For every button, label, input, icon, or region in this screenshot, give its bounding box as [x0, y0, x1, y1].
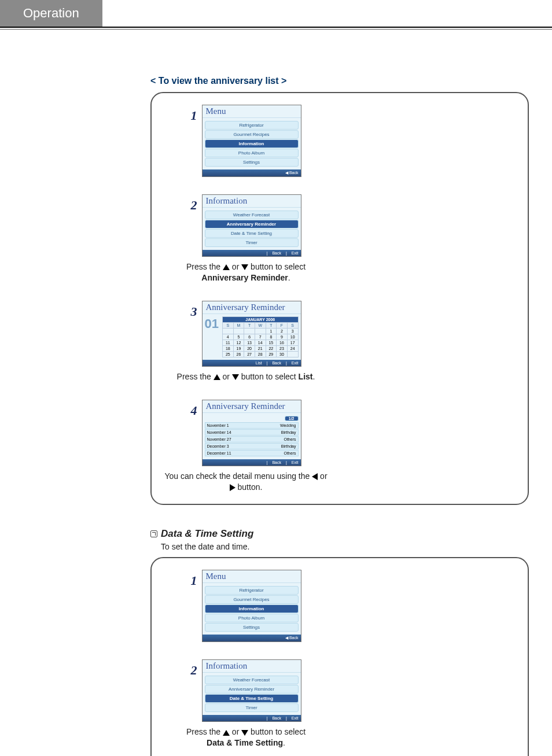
- menu-item: Gourmet Recipes: [205, 595, 299, 604]
- right-arrow-icon: [230, 484, 235, 491]
- step-cell-3: 3 Anniversary Reminder 01 JANUARY 2006 S…: [162, 301, 330, 382]
- screen-calendar: Anniversary Reminder 01 JANUARY 2006 SMT…: [202, 301, 301, 367]
- menu-item: Settings: [205, 158, 299, 167]
- screen-title: Menu: [203, 570, 301, 583]
- menu-item: Timer: [205, 703, 299, 712]
- up-arrow-icon: [214, 374, 220, 380]
- screen-footer: |Back|Exit: [203, 715, 301, 721]
- menu-item: Photo Album: [205, 149, 299, 157]
- menu-item: Refrigerator: [205, 586, 299, 595]
- calendar-month: JANUARY 2006: [222, 316, 298, 322]
- section1-heading: < To view the anniversary list >: [150, 76, 529, 86]
- screen-anniversary-list: Anniversary Reminder 1/2 November 1Weddi…: [202, 400, 301, 466]
- screen-information: Information Weather Forecast Anniversary…: [202, 194, 301, 257]
- left-arrow-icon: [312, 473, 318, 480]
- step-number: 4: [191, 403, 197, 418]
- down-arrow-icon: [241, 264, 248, 270]
- section2-heading: Data & Time Setting: [161, 528, 253, 540]
- menu-item-highlighted: Information: [205, 139, 299, 148]
- menu-item: Date & Time Setting: [205, 229, 299, 238]
- down-arrow-icon: [232, 374, 239, 380]
- screen-title: Menu: [203, 105, 301, 118]
- screen-menu: Menu Refrigerator Gourmet Recipes Inform…: [202, 570, 301, 642]
- page-content: < To view the anniversary list > 1 Menu …: [0, 29, 552, 756]
- step-cell-4: 4 Anniversary Reminder 1/2 November 1Wed…: [162, 400, 330, 493]
- up-arrow-icon: [223, 730, 230, 736]
- menu-item: Settings: [205, 623, 299, 632]
- menu-item: Timer: [205, 238, 299, 247]
- step-caption: Press the or button to select List.: [177, 371, 315, 382]
- screen-information: Information Weather Forecast Anniversary…: [202, 659, 301, 722]
- header-spacer: [102, 0, 552, 27]
- screen-title: Anniversary Reminder: [203, 400, 301, 413]
- calendar-day-big: 01: [205, 316, 221, 357]
- section2-heading-row: Data & Time Setting: [150, 528, 529, 540]
- step-number: 3: [191, 304, 197, 319]
- screen-title: Anniversary Reminder: [203, 301, 301, 314]
- screen-menu: Menu Refrigerator Gourmet Recipes Inform…: [202, 105, 301, 177]
- screen-footer: ◀ Back: [203, 169, 301, 176]
- calendar-table: JANUARY 2006 SMTWTFS 123 45678910 111213…: [222, 316, 299, 357]
- step-caption: Press the or button to select Anniversar…: [186, 261, 306, 283]
- screen-footer: ◀ Back: [203, 635, 301, 641]
- screen-title: Information: [203, 195, 301, 208]
- menu-item: Refrigerator: [205, 121, 299, 130]
- screen-title: Information: [203, 660, 301, 673]
- menu-item-highlighted: Date & Time Setting: [205, 694, 299, 703]
- menu-item-highlighted: Information: [205, 604, 299, 613]
- menu-item: Weather Forecast: [205, 211, 299, 219]
- step-number: 2: [191, 663, 197, 678]
- step-number: 1: [191, 108, 197, 123]
- menu-item: Photo Album: [205, 614, 299, 622]
- section2-box: 1 Menu Refrigerator Gourmet Recipes Info…: [150, 557, 529, 756]
- event-list: November 1Wedding November 14Birthday No…: [205, 422, 299, 456]
- up-arrow-icon: [223, 264, 230, 270]
- step-caption: You can check the detail menu using the …: [162, 471, 330, 493]
- step-cell-1: 1 Menu Refrigerator Gourmet Recipes Info…: [162, 105, 330, 177]
- step-number: 2: [191, 198, 197, 213]
- page-header: Operation: [0, 0, 552, 28]
- step-cell-2: 2 Information Weather Forecast Anniversa…: [162, 659, 330, 748]
- screen-footer: |Back|Exit: [203, 250, 301, 256]
- step-number: 1: [191, 573, 197, 588]
- screen-footer: |Back|Exit: [203, 459, 301, 466]
- pager-badge: 1/2: [285, 416, 299, 421]
- section2-desc: To set the date and time.: [161, 542, 529, 551]
- menu-item: Weather Forecast: [205, 676, 299, 684]
- step-caption: Press the or button to select Data & Tim…: [186, 727, 306, 748]
- screen-footer: List|Back|Exit: [203, 360, 301, 366]
- menu-item: Anniversary Reminder: [205, 685, 299, 694]
- header-tab: Operation: [0, 0, 102, 27]
- menu-item-highlighted: Anniversary Reminder: [205, 220, 299, 228]
- section-bullet-icon: [150, 530, 157, 537]
- menu-item: Gourmet Recipes: [205, 130, 299, 139]
- step-cell-1: 1 Menu Refrigerator Gourmet Recipes Info…: [162, 570, 330, 642]
- step-cell-2: 2 Information Weather Forecast Anniversa…: [162, 194, 330, 283]
- section1-box: 1 Menu Refrigerator Gourmet Recipes Info…: [150, 92, 529, 505]
- down-arrow-icon: [241, 730, 248, 736]
